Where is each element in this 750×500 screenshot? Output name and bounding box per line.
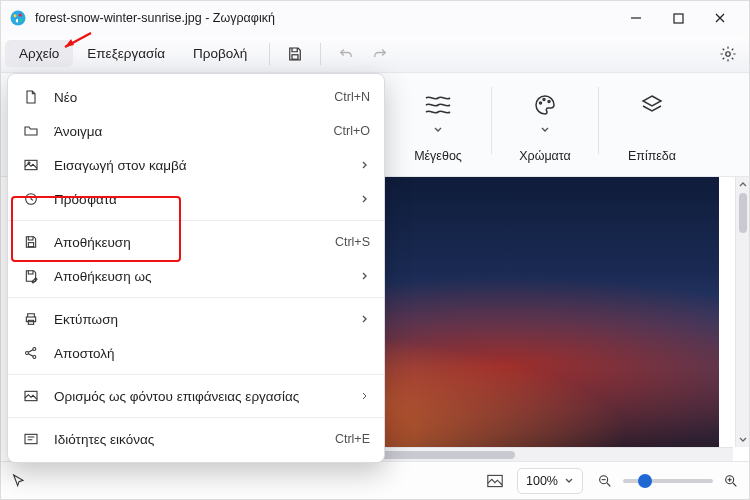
menubar-separator (320, 43, 321, 65)
menubar: Αρχείο Επεξεργασία Προβολή (1, 35, 749, 73)
menu-item-save-as[interactable]: Αποθήκευση ως (8, 259, 384, 293)
maximize-button[interactable] (657, 4, 699, 32)
menu-item-import-to-canvas[interactable]: Εισαγωγή στον καμβά (8, 148, 384, 182)
cursor-tool-icon (11, 473, 27, 489)
ribbon-separator (598, 87, 599, 154)
chevron-right-icon (360, 160, 370, 170)
ribbon-label-layers: Επίπεδα (628, 149, 676, 163)
svg-point-2 (19, 14, 22, 17)
svg-point-9 (548, 101, 550, 103)
svg-rect-16 (28, 243, 33, 247)
ribbon-group-size[interactable]: Μέγεθος (403, 81, 473, 172)
print-icon (22, 310, 40, 328)
minimize-button[interactable] (615, 4, 657, 32)
menu-item-save[interactable]: Αποθήκευση Ctrl+S (8, 225, 384, 259)
chevron-down-icon (433, 125, 443, 135)
svg-point-21 (33, 356, 36, 359)
menu-separator (8, 417, 384, 418)
save-icon-button[interactable] (278, 39, 312, 69)
menu-item-image-properties[interactable]: Ιδιότητες εικόνας Ctrl+E (8, 422, 384, 456)
menu-item-recent[interactable]: Πρόσφατα (8, 182, 384, 216)
file-menu-dropdown: Νέο Ctrl+N Άνοιγμα Ctrl+O Εισαγωγή στον … (7, 73, 385, 463)
app-window: forest-snow-winter-sunrise.jpg - Ζωγραφι… (0, 0, 750, 500)
ribbon-label-size: Μέγεθος (414, 149, 462, 163)
svg-point-3 (20, 19, 23, 22)
ribbon-separator (491, 87, 492, 154)
vertical-scrollbar[interactable] (735, 177, 749, 447)
menu-view[interactable]: Προβολή (179, 40, 261, 67)
slider-thumb[interactable] (638, 474, 652, 488)
svg-rect-4 (674, 14, 683, 23)
scrollbar-thumb[interactable] (739, 193, 747, 233)
zoom-slider[interactable] (597, 473, 739, 489)
svg-point-1 (14, 14, 17, 17)
svg-rect-23 (25, 434, 37, 443)
ribbon-group-colors[interactable]: Χρώματα (510, 81, 580, 172)
svg-point-14 (28, 162, 30, 164)
save-icon (22, 233, 40, 251)
chevron-right-icon (360, 314, 370, 324)
titlebar: forest-snow-winter-sunrise.jpg - Ζωγραφι… (1, 1, 749, 35)
statusbar: 100% (1, 461, 749, 499)
ribbon-label-colors: Χρώματα (519, 149, 571, 163)
settings-button[interactable] (711, 39, 745, 69)
palette-icon (522, 85, 568, 125)
menu-file[interactable]: Αρχείο (5, 40, 73, 67)
size-icon (415, 85, 461, 125)
svg-point-20 (33, 348, 36, 351)
folder-icon (22, 122, 40, 140)
menu-separator (8, 374, 384, 375)
import-icon (22, 156, 40, 174)
undo-button[interactable] (329, 39, 363, 69)
svg-point-6 (726, 51, 731, 56)
menu-item-set-wallpaper[interactable]: Ορισμός ως φόντου επιφάνειας εργασίας (8, 379, 384, 413)
layers-icon (629, 85, 675, 125)
chevron-right-icon (360, 271, 370, 281)
canvas-size-icon (487, 474, 503, 488)
zoom-in-icon[interactable] (723, 473, 739, 489)
slider-track[interactable] (623, 479, 713, 483)
zoom-value-text: 100% (526, 474, 558, 488)
close-button[interactable] (699, 4, 741, 32)
chevron-down-icon (540, 125, 550, 135)
save-as-icon (22, 267, 40, 285)
scroll-down-arrow[interactable] (737, 433, 749, 445)
chevron-down-icon (564, 476, 574, 486)
svg-rect-5 (292, 54, 298, 59)
clock-icon (22, 190, 40, 208)
menu-item-new[interactable]: Νέο Ctrl+N (8, 80, 384, 114)
menu-separator (8, 220, 384, 221)
zoom-out-icon[interactable] (597, 473, 613, 489)
ribbon-group-layers[interactable]: Επίπεδα (617, 81, 687, 172)
file-icon (22, 88, 40, 106)
redo-button[interactable] (363, 39, 397, 69)
chevron-right-icon (360, 391, 370, 401)
svg-point-7 (540, 102, 542, 104)
menu-item-send[interactable]: Αποστολή (8, 336, 384, 370)
properties-icon (22, 430, 40, 448)
window-title: forest-snow-winter-sunrise.jpg - Ζωγραφι… (35, 11, 275, 25)
wallpaper-icon (22, 387, 40, 405)
menu-item-print[interactable]: Εκτύπωση (8, 302, 384, 336)
menubar-separator (269, 43, 270, 65)
share-icon (22, 344, 40, 362)
paint-app-icon (9, 9, 27, 27)
svg-point-0 (11, 11, 26, 26)
menu-item-open[interactable]: Άνοιγμα Ctrl+O (8, 114, 384, 148)
svg-point-8 (543, 99, 545, 101)
zoom-value-dropdown[interactable]: 100% (517, 468, 583, 494)
scroll-up-arrow[interactable] (737, 179, 749, 191)
chevron-right-icon (360, 194, 370, 204)
menu-edit[interactable]: Επεξεργασία (73, 40, 179, 67)
svg-point-19 (26, 352, 29, 355)
svg-rect-17 (26, 317, 35, 322)
menu-separator (8, 297, 384, 298)
svg-rect-18 (28, 320, 33, 324)
